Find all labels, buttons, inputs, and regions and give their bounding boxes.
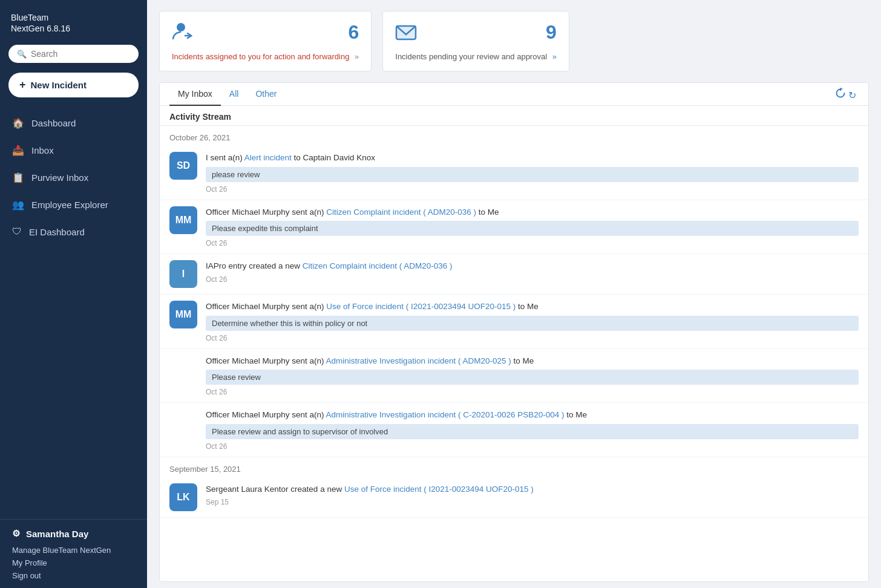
home-icon: 🏠 — [12, 117, 24, 129]
stat-cards: 6 Incidents assigned to you for action a… — [159, 11, 869, 71]
activity-body: Sergeant Laura Kentor created a new Use … — [206, 483, 859, 507]
user-name: ⚙ Samantha Day — [12, 528, 135, 539]
avatar: LK — [169, 483, 197, 511]
activity-body: Officer Michael Murphy sent a(n) Use of … — [206, 301, 859, 342]
app-subtitle: NextGen 6.8.16 — [11, 23, 136, 34]
activity-text: I sent a(n) Alert incident to Captain Da… — [206, 152, 859, 164]
activity-time: Oct 26 — [206, 275, 859, 284]
search-box[interactable]: 🔍 — [8, 45, 139, 63]
employee-icon: 👥 — [12, 199, 24, 211]
sidebar-item-label: Dashboard — [31, 118, 76, 128]
avatar: I — [169, 260, 197, 288]
incident-link[interactable]: Use of Force incident ( I2021-0023494 UO… — [344, 485, 534, 494]
incident-link[interactable]: Use of Force incident ( I2021-0023494 UO… — [326, 302, 516, 311]
new-incident-button[interactable]: + New Incident — [8, 73, 139, 97]
incident-link[interactable]: Citizen Complaint incident ( ADM20-036 ) — [326, 207, 476, 217]
search-icon: 🔍 — [17, 50, 27, 59]
sidebar-item-label: Employee Explorer — [31, 200, 108, 210]
date-group-oct26: October 26, 2021 — [160, 126, 868, 146]
plus-icon: + — [19, 79, 26, 91]
activity-time: Oct 26 — [206, 442, 859, 451]
sidebar-item-dashboard[interactable]: 🏠 Dashboard — [0, 109, 147, 137]
activity-time: Oct 26 — [206, 185, 859, 194]
activity-time: Sep 15 — [206, 498, 859, 506]
activity-item: LK Sergeant Laura Kentor created a new U… — [160, 477, 868, 518]
my-profile-link[interactable]: My Profile — [12, 557, 135, 569]
app-title: BlueTeam — [11, 12, 136, 23]
activity-item: I IAPro entry created a new Citizen Comp… — [160, 254, 868, 295]
sidebar-item-label: Purview Inbox — [31, 172, 88, 183]
new-incident-label: New Incident — [31, 80, 87, 90]
date-group-sep15: September 15, 2021 — [160, 457, 868, 477]
tabs-row: My Inbox All Other ↻ — [160, 83, 868, 106]
activity-item: Officer Michael Murphy sent a(n) Adminis… — [160, 403, 868, 457]
card-top: 6 — [172, 21, 359, 47]
arrow-icon: » — [355, 52, 359, 61]
tab-my-inbox[interactable]: My Inbox — [169, 83, 221, 106]
incident-link[interactable]: Administrative Investigation incident ( … — [326, 356, 511, 365]
activity-text: Officer Michael Murphy sent a(n) Adminis… — [206, 355, 859, 367]
activity-item: Officer Michael Murphy sent a(n) Adminis… — [160, 349, 868, 403]
tab-all[interactable]: All — [221, 83, 247, 106]
avatar: MM — [169, 301, 197, 328]
activity-stream: October 26, 2021 SD I sent a(n) Alert in… — [160, 126, 868, 581]
user-icon: ⚙ — [12, 528, 20, 539]
activity-time: Oct 26 — [206, 334, 859, 342]
activity-text: Sergeant Laura Kentor created a new Use … — [206, 483, 859, 495]
assigned-desc: Incidents assigned to you for action and… — [172, 52, 359, 61]
pending-count: 9 — [546, 21, 557, 44]
manage-link[interactable]: Manage BlueTeam NextGen — [12, 544, 135, 557]
refresh-button[interactable]: ↻ — [833, 85, 859, 103]
stat-card-assigned: 6 Incidents assigned to you for action a… — [159, 11, 372, 71]
activity-body: Officer Michael Murphy sent a(n) Adminis… — [206, 409, 859, 451]
activity-message: please review — [206, 167, 859, 182]
inbox-panel: My Inbox All Other ↻ Activity Stream Oct… — [159, 82, 869, 582]
pending-desc: Incidents pending your review and approv… — [395, 52, 557, 61]
sidebar-item-inbox[interactable]: 📥 Inbox — [0, 137, 147, 164]
user-links: Manage BlueTeam NextGen My Profile Sign … — [12, 544, 135, 582]
purview-icon: 📋 — [12, 172, 24, 183]
assigned-count: 6 — [348, 21, 359, 44]
activity-time: Oct 26 — [206, 388, 859, 396]
incident-link[interactable]: Citizen Complaint incident ( ADM20-036 ) — [303, 261, 453, 270]
activity-message: Please review — [206, 370, 859, 385]
activity-body: IAPro entry created a new Citizen Compla… — [206, 260, 859, 284]
activity-body: I sent a(n) Alert incident to Captain Da… — [206, 152, 859, 194]
person-forward-icon — [172, 21, 194, 47]
user-section: ⚙ Samantha Day Manage BlueTeam NextGen M… — [0, 519, 147, 588]
activity-text: Officer Michael Murphy sent a(n) Use of … — [206, 301, 859, 313]
tab-other[interactable]: Other — [247, 83, 285, 106]
main-content: 6 Incidents assigned to you for action a… — [147, 0, 881, 588]
sidebar: BlueTeam NextGen 6.8.16 🔍 + New Incident… — [0, 0, 147, 588]
activity-text: IAPro entry created a new Citizen Compla… — [206, 260, 859, 272]
avatar: SD — [169, 152, 197, 180]
sidebar-item-employee-explorer[interactable]: 👥 Employee Explorer — [0, 191, 147, 218]
activity-message: Determine whether this is within policy … — [206, 316, 859, 331]
activity-message: Please expedite this complaint — [206, 221, 859, 236]
activity-item: MM Officer Michael Murphy sent a(n) Citi… — [160, 200, 868, 255]
activity-item: SD I sent a(n) Alert incident to Captain… — [160, 146, 868, 200]
sidebar-nav: 🏠 Dashboard 📥 Inbox 📋 Purview Inbox 👥 Em… — [0, 109, 147, 519]
incident-link[interactable]: Alert incident — [244, 153, 292, 162]
svg-point-0 — [177, 23, 185, 31]
stat-card-pending: 9 Incidents pending your review and appr… — [382, 11, 569, 71]
activity-message: Please review and assign to supervisor o… — [206, 424, 859, 439]
app-brand: BlueTeam NextGen 6.8.16 — [0, 0, 147, 45]
activity-time: Oct 26 — [206, 239, 859, 247]
avatar: MM — [169, 206, 197, 234]
inbox-icon: 📥 — [12, 145, 24, 156]
sidebar-item-purview-inbox[interactable]: 📋 Purview Inbox — [0, 164, 147, 191]
search-input[interactable] — [31, 49, 130, 59]
sign-out-link[interactable]: Sign out — [12, 569, 135, 582]
shield-icon: 🛡 — [12, 226, 22, 237]
incident-link[interactable]: Administrative Investigation incident ( … — [326, 410, 565, 419]
card-top: 9 — [395, 21, 557, 47]
envelope-icon — [395, 21, 417, 47]
activity-text: Officer Michael Murphy sent a(n) Citizen… — [206, 206, 859, 218]
activity-text: Officer Michael Murphy sent a(n) Adminis… — [206, 409, 859, 421]
activity-body: Officer Michael Murphy sent a(n) Adminis… — [206, 355, 859, 397]
arrow-icon: » — [552, 52, 557, 61]
activity-header: Activity Stream — [160, 106, 868, 126]
sidebar-item-ei-dashboard[interactable]: 🛡 EI Dashboard — [0, 218, 147, 245]
sidebar-item-label: Inbox — [31, 145, 54, 155]
